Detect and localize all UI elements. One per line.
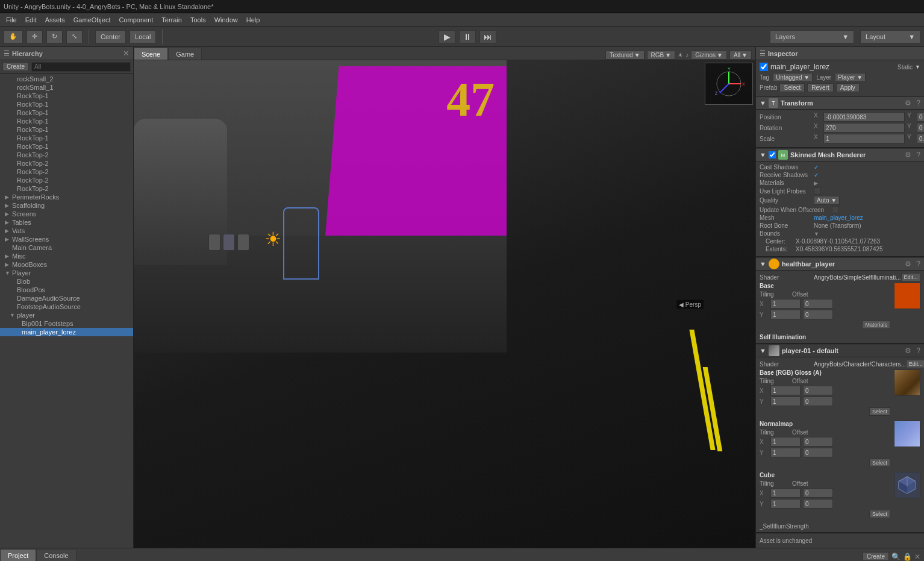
- prefab-select-btn[interactable]: Select: [779, 83, 805, 92]
- prefab-revert-btn[interactable]: Revert: [807, 83, 833, 92]
- shader-edit-btn[interactable]: Edit...: [901, 273, 921, 281]
- base-tiling-y-field[interactable]: [770, 310, 801, 319]
- scene-viewport[interactable]: 47 ☀: [134, 60, 755, 548]
- list-item[interactable]: ▶Vats: [0, 227, 133, 235]
- list-item[interactable]: RockTop-1: [0, 92, 133, 100]
- list-item[interactable]: ▶Tables: [0, 218, 133, 227]
- tab-scene[interactable]: Scene: [134, 48, 168, 60]
- question-icon[interactable]: ?: [916, 346, 920, 355]
- list-item[interactable]: ▶WallScreens: [0, 235, 133, 243]
- base-color-swatch[interactable]: [894, 283, 920, 309]
- list-item[interactable]: RockTop-1: [0, 134, 133, 142]
- scale-tool-btn[interactable]: ⤡: [66, 30, 83, 43]
- list-item[interactable]: ▶PerimeterRocks: [0, 193, 133, 201]
- light-probes-checkbox[interactable]: [814, 187, 821, 195]
- tab-console[interactable]: Console: [36, 549, 76, 561]
- list-item[interactable]: RockTop-1: [0, 117, 133, 125]
- tag-dropdown[interactable]: Untagged ▼: [773, 73, 813, 82]
- player-shader-edit-btn[interactable]: Edit...: [906, 360, 924, 368]
- receive-shadows-check[interactable]: ✓: [814, 172, 819, 178]
- tab-project[interactable]: Project: [0, 549, 36, 561]
- all-dropdown[interactable]: All ▼: [729, 51, 752, 60]
- gear-icon[interactable]: ⚙: [905, 151, 911, 159]
- list-item[interactable]: rockSmall_1: [0, 83, 133, 92]
- list-item[interactable]: ▶Misc: [0, 252, 133, 260]
- prefab-apply-btn[interactable]: Apply: [836, 83, 860, 92]
- hierarchy-search-input[interactable]: [31, 62, 131, 72]
- list-item-player[interactable]: ▼Player: [0, 269, 133, 277]
- static-dropdown-icon[interactable]: ▼: [915, 64, 920, 70]
- rgb-dropdown[interactable]: RGB ▼: [647, 51, 676, 60]
- skinned-mesh-header[interactable]: ▼ M Skinned Mesh Renderer ⚙ ?: [756, 148, 924, 161]
- question-icon[interactable]: ?: [916, 260, 920, 268]
- base-tiling-x-field[interactable]: [770, 299, 801, 309]
- tab-game[interactable]: Game: [168, 48, 202, 60]
- skinned-mesh-active-checkbox[interactable]: [769, 151, 776, 158]
- norm-tiling-y-field[interactable]: [770, 448, 801, 457]
- list-item[interactable]: Blob: [0, 277, 133, 286]
- scale-x-field[interactable]: [823, 134, 905, 143]
- cube-tiling-y-field[interactable]: [770, 499, 801, 509]
- list-item[interactable]: rockSmall_2: [0, 75, 133, 83]
- list-item[interactable]: RockTop-2: [0, 159, 133, 168]
- player-tiling-y-field[interactable]: [770, 396, 801, 406]
- norm-offset-y-field[interactable]: [803, 448, 833, 457]
- list-item-main-player-lorez[interactable]: main_player_lorez: [0, 328, 133, 336]
- list-item[interactable]: DamageAudioSource: [0, 294, 133, 302]
- base-select-btn[interactable]: Materials: [862, 321, 890, 329]
- project-create-btn[interactable]: Create: [863, 552, 889, 561]
- lock-icon[interactable]: 🔒: [903, 553, 912, 561]
- list-item-main-camera[interactable]: Main Camera: [0, 243, 133, 252]
- rot-y-field[interactable]: [917, 123, 924, 133]
- menu-edit[interactable]: Edit: [22, 15, 40, 25]
- list-item-scaffolding[interactable]: ▶Scaffolding: [0, 201, 133, 210]
- player-mat-header[interactable]: ▼ player-01 - default ⚙ ?: [756, 344, 924, 357]
- menu-terrain[interactable]: Terrain: [158, 15, 186, 25]
- base-rgb-swatch[interactable]: [894, 369, 920, 396]
- gizmos-dropdown[interactable]: Gizmos ▼: [691, 51, 727, 60]
- player-tiling-x-field[interactable]: [770, 386, 801, 395]
- cast-shadows-check[interactable]: ✓: [814, 164, 819, 171]
- scale-y-field[interactable]: [917, 134, 924, 143]
- base-offset-x-field[interactable]: [803, 299, 833, 309]
- player-offset-y-field[interactable]: [803, 396, 833, 406]
- play-btn[interactable]: ▶: [439, 30, 455, 43]
- cube-select-btn[interactable]: Select: [869, 510, 890, 518]
- gear-icon[interactable]: ⚙: [905, 346, 911, 355]
- menu-window[interactable]: Window: [211, 15, 242, 25]
- norm-offset-x-field[interactable]: [803, 437, 833, 447]
- list-item[interactable]: RockTop-2: [0, 168, 133, 176]
- menu-assets[interactable]: Assets: [42, 15, 69, 25]
- textured-dropdown[interactable]: Textured ▼: [605, 51, 644, 60]
- menu-tools[interactable]: Tools: [187, 15, 210, 25]
- base-offset-y-field[interactable]: [803, 310, 833, 319]
- quality-dropdown[interactable]: Auto ▼: [814, 196, 840, 205]
- menu-file[interactable]: File: [2, 15, 20, 25]
- hierarchy-close-icon[interactable]: ✕: [123, 49, 130, 58]
- norm-tiling-x-field[interactable]: [770, 437, 801, 447]
- rot-x-field[interactable]: [823, 123, 905, 133]
- cube-swatch[interactable]: [894, 472, 920, 498]
- question-icon[interactable]: ?: [916, 151, 920, 159]
- cube-offset-x-field[interactable]: [803, 488, 833, 498]
- cube-offset-y-field[interactable]: [803, 499, 833, 509]
- list-item[interactable]: RockTop-2: [0, 176, 133, 184]
- step-btn[interactable]: ⏭: [479, 30, 496, 43]
- list-item[interactable]: ▶Screens: [0, 210, 133, 218]
- scene-audio-icon[interactable]: ♪: [685, 52, 688, 58]
- scene-light-icon[interactable]: ☀: [678, 52, 683, 58]
- list-item[interactable]: RockTop-1: [0, 100, 133, 108]
- list-item-player2[interactable]: ▼player: [0, 311, 133, 319]
- pos-y-field[interactable]: [917, 112, 924, 122]
- pos-x-field[interactable]: [823, 112, 905, 122]
- player-offset-x-field[interactable]: [803, 386, 833, 395]
- gear-icon[interactable]: ⚙: [905, 260, 911, 268]
- local-global-btn[interactable]: Local: [130, 30, 156, 43]
- layers-dropdown[interactable]: Layers ▼: [770, 30, 854, 43]
- obj-active-checkbox[interactable]: [760, 63, 768, 71]
- panel-close-icon[interactable]: ✕: [914, 553, 920, 561]
- menu-gameobject[interactable]: GameObject: [70, 15, 114, 25]
- pause-btn[interactable]: ⏸: [459, 30, 476, 43]
- list-item[interactable]: RockTop-2: [0, 184, 133, 193]
- layout-dropdown[interactable]: Layout ▼: [860, 30, 920, 43]
